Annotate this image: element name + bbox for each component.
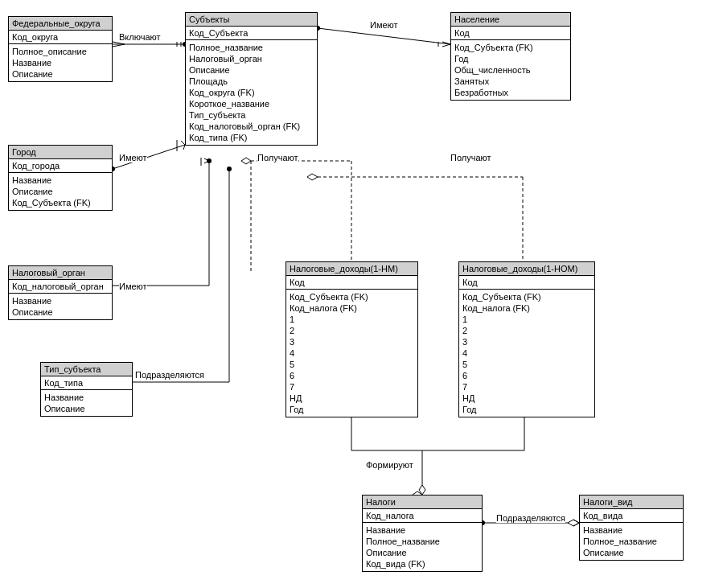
relation-polychaut1: Получают xyxy=(257,153,298,162)
entity-nalogovie-dohody-hm: Налоговые_доходы(1-НМ) Код Код_Субъекта … xyxy=(286,261,418,417)
relation-imeyut1: Имеют xyxy=(370,20,398,30)
relation-imeyut3: Имеют xyxy=(119,282,147,291)
svg-line-50 xyxy=(573,523,579,526)
svg-line-49 xyxy=(573,520,579,523)
relation-imeyut2: Имеют xyxy=(119,153,147,162)
entity-nalogovie-dohody-hm-title: Налоговые_доходы(1-НМ) xyxy=(286,262,417,276)
entity-nalogoviy-organ-title: Налоговый_орган xyxy=(9,266,112,280)
entity-nalogi-vid-pk: Код_вида xyxy=(580,509,683,523)
svg-point-28 xyxy=(207,158,212,163)
entity-federalnie-okruga-title: Федеральные_округа xyxy=(9,17,112,31)
entity-gorod: Город Код_города Название Описание Код_С… xyxy=(8,145,113,211)
relation-podrazdelyautsya1: Подразделяются xyxy=(135,370,204,380)
svg-marker-21 xyxy=(241,158,251,164)
svg-line-10 xyxy=(442,44,450,47)
entity-nalogoviy-organ: Налоговый_орган Код_налоговый_орган Назв… xyxy=(8,265,113,320)
relation-polychaut2: Получают xyxy=(450,153,491,162)
relation-formiruyut: Формируют xyxy=(366,460,413,470)
entity-nalogi-vid: Налоги_вид Код_вида Название Полное_назв… xyxy=(579,495,684,561)
svg-marker-25 xyxy=(307,174,318,180)
relation-vklyuchaut: Включают xyxy=(119,32,161,42)
entity-naselenie-pk: Код xyxy=(451,27,570,40)
entity-nalogi-title: Налоги xyxy=(363,495,482,509)
entity-nalogoviy-organ-fields: Название Описание xyxy=(9,294,112,319)
entity-nalogi-vid-title: Налоги_вид xyxy=(580,495,683,509)
entity-gorod-pk: Код_города xyxy=(9,159,112,173)
entity-subiekty-title: Субъекты xyxy=(186,13,317,27)
entity-nalogi-pk: Код_налога xyxy=(363,509,482,523)
entity-subiekty-fields: Полное_название Налоговый_орган Описание… xyxy=(186,40,317,145)
entity-federalnie-okruga-pk: Код_округа xyxy=(9,31,112,44)
entity-subiekty-pk: Код_Субъекта xyxy=(186,27,317,40)
entity-nalogoviy-organ-pk: Код_налоговый_орган xyxy=(9,280,112,294)
entity-tip-subieka: Тип_субъекта Код_типа Название Описание xyxy=(40,362,133,417)
svg-line-30 xyxy=(204,158,209,161)
svg-marker-41 xyxy=(419,485,425,495)
entity-naselenie-fields: Код_Субъекта (FK) Год Общ_численность За… xyxy=(451,40,570,100)
entity-tip-subieka-title: Тип_субъекта xyxy=(41,363,132,376)
entity-gorod-title: Город xyxy=(9,146,112,159)
svg-line-9 xyxy=(442,42,450,44)
entity-nalogi-fields: Название Полное_название Описание Код_ви… xyxy=(363,523,482,571)
entity-nalogovie-dohody-hom-pk: Код xyxy=(459,276,594,290)
entity-tip-subieka-pk: Код_типа xyxy=(41,376,132,390)
entity-nalogovie-dohody-hm-fields: Код_Субъекта (FK) Код_налога (FK) 1 2 3 … xyxy=(286,290,417,417)
entity-federalnie-okruga-fields: Полное_описание Название Описание xyxy=(9,44,112,81)
svg-marker-48 xyxy=(568,520,579,526)
entity-nalogi-vid-fields: Название Полное_название Описание xyxy=(580,523,683,560)
entity-tip-subieka-fields: Название Описание xyxy=(41,390,132,416)
relation-podrazdelyautsya2: Подразделяются xyxy=(496,513,565,523)
entity-naselenie: Население Код Код_Субъекта (FK) Год Общ_… xyxy=(450,12,571,101)
diagram-container: Федеральные_округа Код_округа Полное_опи… xyxy=(0,0,723,588)
entity-subiekty: Субъекты Код_Субъекта Полное_название На… xyxy=(185,12,318,146)
entity-naselenie-title: Население xyxy=(451,13,570,27)
svg-line-1 xyxy=(113,42,125,44)
entity-nalogovie-dohody-hom-fields: Код_Субъекта (FK) Код_налога (FK) 1 2 3 … xyxy=(459,290,594,417)
entity-nalogi: Налоги Код_налога Название Полное_назван… xyxy=(362,495,483,572)
entity-federalnie-okruga: Федеральные_округа Код_округа Полное_опи… xyxy=(8,16,113,82)
entity-nalogovie-dohody-hom: Налоговые_доходы(1-НОМ) Код Код_Субъекта… xyxy=(458,261,595,417)
entity-gorod-fields: Название Описание Код_Субъекта (FK) xyxy=(9,173,112,210)
entity-nalogovie-dohody-hom-title: Налоговые_доходы(1-НОМ) xyxy=(459,262,594,276)
svg-line-31 xyxy=(204,161,209,163)
svg-line-7 xyxy=(318,28,450,44)
entity-nalogovie-dohody-hm-pk: Код xyxy=(286,276,417,290)
svg-line-2 xyxy=(113,44,125,47)
svg-point-36 xyxy=(227,167,232,171)
